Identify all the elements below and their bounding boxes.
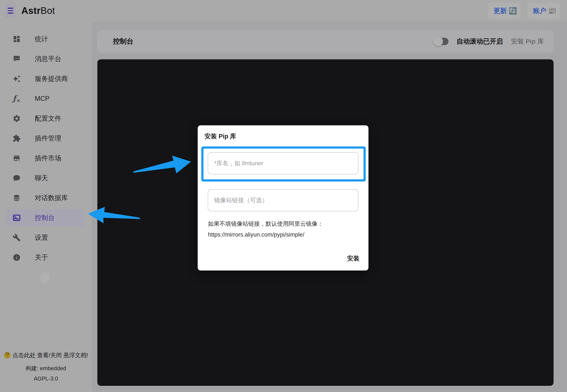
install-pip-dialog: 安装 Pip 库 如果不填镜像站链接，默认使用阿里云镜像： https://mi… [198,125,369,270]
mirror-help-text: 如果不填镜像站链接，默认使用阿里云镜像： [208,220,323,228]
install-confirm-button[interactable]: 安装 [343,252,363,265]
dialog-title: 安装 Pip 库 [205,132,236,141]
package-name-input[interactable] [208,152,359,174]
mirror-url-input[interactable] [208,189,359,211]
mirror-default-url: https://mirrors.aliyun.com/pypi/simple/ [208,231,304,238]
